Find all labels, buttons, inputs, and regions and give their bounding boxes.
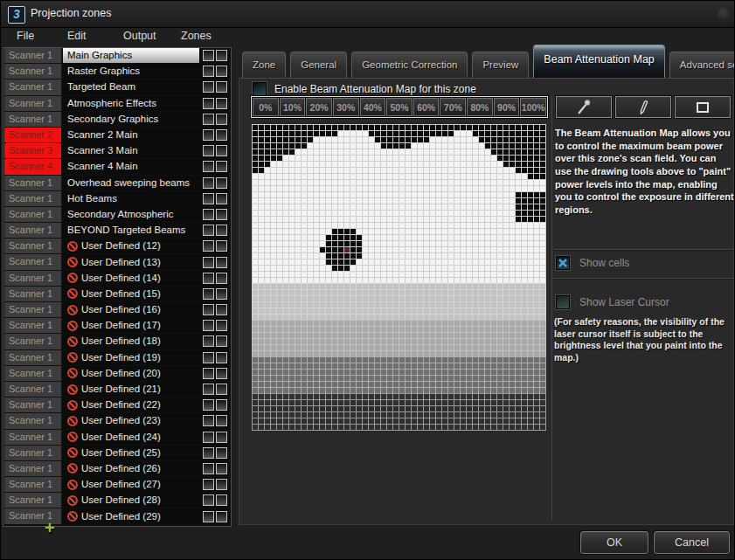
zone-name[interactable]: User Defined (12) — [63, 239, 199, 253]
zone-row[interactable]: Scanner 2Scanner 2 Main — [4, 128, 230, 142]
zone-checkbox-1[interactable] — [203, 494, 214, 506]
zone-row[interactable]: Scanner 1Atmospheric Effects — [4, 96, 230, 111]
zone-checkbox-2[interactable] — [216, 98, 227, 109]
zone-name[interactable]: User Defined (18) — [63, 334, 199, 349]
zone-row[interactable]: Scanner 1Secondary Graphics — [4, 112, 230, 127]
zone-row[interactable]: Scanner 1User Defined (26) — [4, 461, 230, 476]
level-button-20[interactable]: 20% — [306, 98, 332, 116]
show-cells-checkbox[interactable] — [556, 256, 570, 270]
tab-general[interactable]: General — [290, 52, 347, 78]
zone-row[interactable]: Scanner 1User Defined (21) — [4, 382, 230, 397]
zone-checkbox-2[interactable] — [216, 257, 227, 268]
zone-name[interactable]: Overhead sweeping beams — [63, 176, 199, 190]
zone-checkbox-2[interactable] — [216, 384, 227, 395]
zone-name[interactable]: User Defined (15) — [63, 287, 199, 301]
zone-row[interactable]: Scanner 1Targeted Beam — [4, 80, 230, 94]
zone-checkbox-1[interactable] — [203, 225, 214, 236]
zone-checkbox-1[interactable] — [203, 81, 214, 93]
zone-name[interactable]: User Defined (20) — [63, 366, 199, 381]
zone-name[interactable]: User Defined (17) — [63, 318, 199, 333]
zone-checkbox-1[interactable] — [203, 161, 214, 172]
zone-checkbox-1[interactable] — [203, 257, 214, 268]
zone-checkbox-2[interactable] — [216, 368, 227, 379]
level-button-60[interactable]: 60% — [413, 98, 440, 116]
zone-row[interactable]: Scanner 1User Defined (20) — [4, 366, 230, 381]
brush-tool-button[interactable] — [556, 96, 612, 118]
zone-row[interactable]: Scanner 1Overhead sweeping beams — [4, 176, 230, 190]
zone-row[interactable]: Scanner 1User Defined (27) — [4, 477, 230, 492]
zone-checkbox-2[interactable] — [216, 114, 227, 125]
zone-checkbox-2[interactable] — [216, 209, 227, 220]
zone-checkbox-1[interactable] — [203, 177, 214, 189]
zone-checkbox-2[interactable] — [216, 335, 227, 347]
zone-checkbox-1[interactable] — [203, 193, 214, 204]
menu-item-zones[interactable]: Zones — [181, 30, 211, 42]
add-zone-button[interactable]: + — [45, 518, 55, 538]
tab-advanced-settings[interactable]: Advanced settings — [669, 52, 735, 78]
zone-checkbox-2[interactable] — [216, 415, 227, 426]
zone-checkbox-2[interactable] — [216, 81, 227, 93]
zone-checkbox-1[interactable] — [203, 209, 214, 220]
ok-button[interactable]: OK — [580, 531, 648, 554]
zone-row[interactable]: Scanner 1User Defined (16) — [4, 302, 230, 317]
zone-checkbox-2[interactable] — [216, 161, 227, 172]
level-button-40[interactable]: 40% — [360, 98, 386, 116]
level-button-100[interactable]: 100% — [520, 98, 546, 116]
zone-checkbox-2[interactable] — [216, 494, 227, 506]
rectangle-tool-button[interactable] — [675, 96, 731, 118]
zone-name[interactable]: User Defined (24) — [63, 430, 199, 445]
zone-name[interactable]: Main Graphics — [63, 48, 199, 63]
zone-checkbox-2[interactable] — [216, 432, 227, 443]
level-button-30[interactable]: 30% — [333, 98, 359, 116]
zone-name[interactable]: User Defined (25) — [63, 446, 199, 460]
zone-checkbox-2[interactable] — [216, 50, 227, 61]
zone-checkbox-2[interactable] — [216, 240, 227, 252]
zone-checkbox-2[interactable] — [216, 399, 227, 411]
zone-row[interactable]: Scanner 1User Defined (19) — [4, 350, 230, 365]
pencil-tool-button[interactable] — [615, 96, 671, 118]
zone-name[interactable]: Scanner 3 Main — [63, 143, 199, 158]
zone-checkbox-2[interactable] — [216, 511, 227, 522]
zone-row[interactable]: Scanner 1User Defined (29) — [4, 508, 230, 523]
zone-row[interactable]: Scanner 1User Defined (23) — [4, 413, 230, 428]
zone-row[interactable]: Scanner 1User Defined (24) — [4, 430, 230, 445]
zone-row[interactable]: Scanner 1User Defined (17) — [4, 318, 230, 333]
zone-checkbox-1[interactable] — [203, 66, 214, 77]
zone-row[interactable]: Scanner 1User Defined (15) — [4, 287, 230, 301]
zone-row[interactable]: Scanner 1Raster Graphics — [4, 64, 230, 79]
zone-name[interactable]: User Defined (22) — [63, 398, 199, 412]
zone-checkbox-1[interactable] — [203, 273, 214, 284]
zone-checkbox-1[interactable] — [203, 415, 214, 426]
menu-item-file[interactable]: File — [17, 30, 34, 42]
zone-checkbox-1[interactable] — [203, 304, 214, 315]
zone-row[interactable]: Scanner 1Hot Beams — [4, 191, 230, 206]
zone-row[interactable]: Scanner 1Secondary Atmospheric — [4, 207, 230, 222]
zone-checkbox-2[interactable] — [216, 193, 227, 204]
zone-name[interactable]: User Defined (19) — [63, 350, 199, 365]
zone-row[interactable]: Scanner 1User Defined (14) — [4, 271, 230, 286]
zone-row[interactable]: Scanner 1User Defined (12) — [4, 239, 230, 253]
zone-row[interactable]: Scanner 4Scanner 4 Main — [4, 159, 230, 174]
zone-row[interactable]: Scanner 1User Defined (25) — [4, 446, 230, 460]
zone-checkbox-1[interactable] — [203, 335, 214, 347]
attenuation-map-canvas[interactable] — [252, 124, 546, 431]
zone-checkbox-1[interactable] — [203, 240, 214, 252]
zone-checkbox-1[interactable] — [203, 98, 214, 109]
zone-checkbox-1[interactable] — [203, 320, 214, 331]
zone-name[interactable]: Scanner 4 Main — [63, 159, 199, 174]
zone-checkbox-2[interactable] — [216, 304, 227, 315]
zone-checkbox-2[interactable] — [216, 463, 227, 474]
zone-checkbox-2[interactable] — [216, 225, 227, 236]
zone-checkbox-1[interactable] — [203, 145, 214, 156]
zone-checkbox-2[interactable] — [216, 479, 227, 490]
zone-checkbox-2[interactable] — [216, 447, 227, 459]
level-button-10[interactable]: 10% — [280, 98, 306, 116]
zone-row[interactable]: Scanner 1User Defined (22) — [4, 398, 230, 412]
level-button-80[interactable]: 80% — [467, 98, 493, 116]
tab-preview[interactable]: Preview — [472, 52, 529, 78]
zone-name[interactable]: User Defined (26) — [63, 461, 199, 476]
zone-checkbox-2[interactable] — [216, 66, 227, 77]
zone-checkbox-1[interactable] — [203, 368, 214, 379]
zone-row[interactable]: Scanner 3Scanner 3 Main — [4, 143, 230, 158]
zone-name[interactable]: Targeted Beam — [63, 80, 199, 94]
